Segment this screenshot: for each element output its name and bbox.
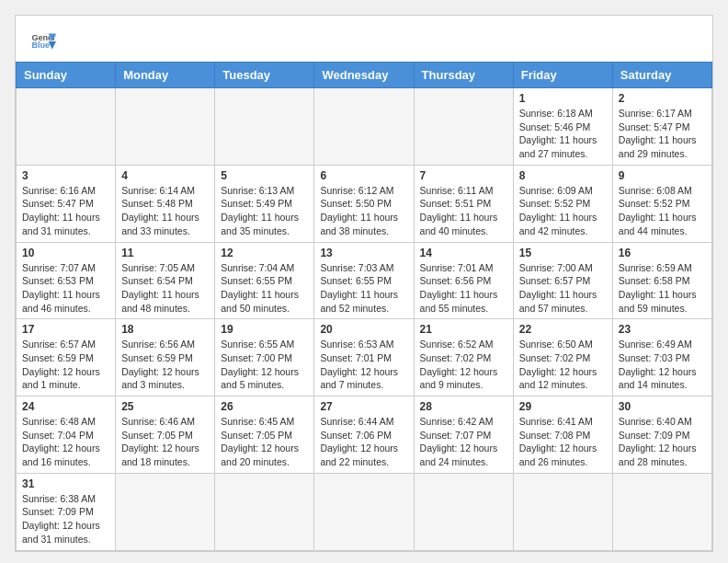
day-info: Sunrise: 6:57 AM Sunset: 6:59 PM Dayligh… bbox=[22, 338, 109, 392]
calendar-cell: 8Sunrise: 6:09 AM Sunset: 5:52 PM Daylig… bbox=[513, 165, 612, 242]
day-number: 20 bbox=[320, 323, 407, 336]
day-number: 9 bbox=[619, 169, 706, 182]
calendar-cell: 29Sunrise: 6:41 AM Sunset: 7:08 PM Dayli… bbox=[513, 396, 612, 474]
calendar-cell: 13Sunrise: 7:03 AM Sunset: 6:55 PM Dayli… bbox=[314, 242, 414, 319]
calendar-cell bbox=[314, 473, 414, 550]
calendar-cell bbox=[215, 473, 314, 550]
day-number: 18 bbox=[121, 323, 209, 336]
day-number: 1 bbox=[519, 92, 607, 105]
calendar-cell bbox=[414, 88, 513, 166]
day-number: 4 bbox=[121, 169, 209, 182]
day-number: 7 bbox=[420, 169, 507, 182]
day-info: Sunrise: 6:55 AM Sunset: 7:00 PM Dayligh… bbox=[221, 338, 308, 392]
calendar-cell bbox=[612, 473, 711, 550]
day-number: 28 bbox=[420, 400, 507, 413]
day-number: 22 bbox=[519, 323, 607, 336]
day-info: Sunrise: 6:13 AM Sunset: 5:49 PM Dayligh… bbox=[221, 184, 308, 238]
day-info: Sunrise: 6:50 AM Sunset: 7:02 PM Dayligh… bbox=[519, 338, 607, 392]
day-info: Sunrise: 6:49 AM Sunset: 7:03 PM Dayligh… bbox=[619, 338, 706, 392]
calendar-cell: 20Sunrise: 6:53 AM Sunset: 7:01 PM Dayli… bbox=[314, 319, 414, 396]
day-info: Sunrise: 6:46 AM Sunset: 7:05 PM Dayligh… bbox=[121, 415, 209, 469]
calendar-cell: 26Sunrise: 6:45 AM Sunset: 7:05 PM Dayli… bbox=[215, 396, 314, 474]
day-info: Sunrise: 7:05 AM Sunset: 6:54 PM Dayligh… bbox=[121, 261, 209, 316]
day-number: 13 bbox=[320, 247, 407, 259]
calendar-cell bbox=[513, 473, 612, 550]
calendar-cell: 9Sunrise: 6:08 AM Sunset: 5:52 PM Daylig… bbox=[612, 165, 711, 242]
day-info: Sunrise: 6:42 AM Sunset: 7:07 PM Dayligh… bbox=[420, 415, 507, 469]
calendar-cell: 12Sunrise: 7:04 AM Sunset: 6:55 PM Dayli… bbox=[215, 242, 314, 319]
day-info: Sunrise: 7:04 AM Sunset: 6:55 PM Dayligh… bbox=[221, 261, 308, 316]
calendar-cell bbox=[215, 88, 314, 166]
week-row-4: 17Sunrise: 6:57 AM Sunset: 6:59 PM Dayli… bbox=[17, 319, 712, 396]
calendar-cell bbox=[116, 473, 215, 550]
calendar-cell: 31Sunrise: 6:38 AM Sunset: 7:09 PM Dayli… bbox=[17, 473, 116, 550]
weekday-header-wednesday: Wednesday bbox=[314, 63, 414, 88]
calendar-cell: 30Sunrise: 6:40 AM Sunset: 7:09 PM Dayli… bbox=[612, 396, 711, 474]
day-info: Sunrise: 6:18 AM Sunset: 5:46 PM Dayligh… bbox=[519, 107, 607, 161]
day-number: 16 bbox=[619, 247, 706, 259]
day-number: 27 bbox=[320, 400, 407, 413]
day-number: 8 bbox=[519, 169, 607, 182]
day-info: Sunrise: 6:59 AM Sunset: 6:58 PM Dayligh… bbox=[619, 261, 706, 316]
day-number: 5 bbox=[221, 169, 308, 182]
calendar-cell: 24Sunrise: 6:48 AM Sunset: 7:04 PM Dayli… bbox=[17, 396, 116, 474]
calendar-cell: 28Sunrise: 6:42 AM Sunset: 7:07 PM Dayli… bbox=[414, 396, 513, 474]
day-info: Sunrise: 6:09 AM Sunset: 5:52 PM Dayligh… bbox=[519, 184, 607, 238]
weekday-header-sunday: Sunday bbox=[17, 63, 116, 88]
calendar-cell: 16Sunrise: 6:59 AM Sunset: 6:58 PM Dayli… bbox=[612, 242, 711, 319]
calendar-cell: 14Sunrise: 7:01 AM Sunset: 6:56 PM Dayli… bbox=[414, 242, 513, 319]
day-number: 15 bbox=[519, 247, 607, 259]
day-number: 12 bbox=[221, 247, 308, 259]
calendar-cell: 15Sunrise: 7:00 AM Sunset: 6:57 PM Dayli… bbox=[513, 242, 612, 319]
day-number: 2 bbox=[619, 92, 706, 105]
day-info: Sunrise: 6:45 AM Sunset: 7:05 PM Dayligh… bbox=[221, 415, 308, 469]
calendar-cell: 19Sunrise: 6:55 AM Sunset: 7:00 PM Dayli… bbox=[215, 319, 314, 396]
day-info: Sunrise: 6:14 AM Sunset: 5:48 PM Dayligh… bbox=[121, 184, 209, 238]
calendar-cell: 25Sunrise: 6:46 AM Sunset: 7:05 PM Dayli… bbox=[116, 396, 215, 474]
day-info: Sunrise: 6:44 AM Sunset: 7:06 PM Dayligh… bbox=[320, 415, 407, 469]
day-number: 14 bbox=[420, 247, 507, 259]
day-info: Sunrise: 6:48 AM Sunset: 7:04 PM Dayligh… bbox=[22, 415, 109, 469]
week-row-6: 31Sunrise: 6:38 AM Sunset: 7:09 PM Dayli… bbox=[17, 473, 712, 550]
day-number: 19 bbox=[221, 323, 308, 336]
calendar-cell: 4Sunrise: 6:14 AM Sunset: 5:48 PM Daylig… bbox=[116, 165, 215, 242]
calendar-cell bbox=[17, 88, 116, 166]
calendar-cell: 17Sunrise: 6:57 AM Sunset: 6:59 PM Dayli… bbox=[17, 319, 116, 396]
day-info: Sunrise: 6:12 AM Sunset: 5:50 PM Dayligh… bbox=[320, 184, 407, 238]
day-info: Sunrise: 7:03 AM Sunset: 6:55 PM Dayligh… bbox=[320, 261, 407, 316]
weekday-header-friday: Friday bbox=[513, 63, 612, 88]
day-number: 11 bbox=[121, 247, 209, 259]
weekday-header-thursday: Thursday bbox=[414, 63, 513, 88]
weekday-header-saturday: Saturday bbox=[612, 63, 711, 88]
day-info: Sunrise: 6:16 AM Sunset: 5:47 PM Dayligh… bbox=[22, 184, 109, 238]
day-number: 29 bbox=[519, 400, 607, 413]
day-number: 24 bbox=[22, 400, 109, 413]
day-info: Sunrise: 6:17 AM Sunset: 5:47 PM Dayligh… bbox=[619, 107, 706, 161]
calendar-cell: 27Sunrise: 6:44 AM Sunset: 7:06 PM Dayli… bbox=[314, 396, 414, 474]
day-info: Sunrise: 6:40 AM Sunset: 7:09 PM Dayligh… bbox=[619, 415, 706, 469]
day-number: 26 bbox=[221, 400, 308, 413]
day-number: 31 bbox=[22, 477, 109, 490]
day-info: Sunrise: 6:56 AM Sunset: 6:59 PM Dayligh… bbox=[121, 338, 209, 392]
logo-icon: General Blue bbox=[30, 29, 56, 54]
calendar-cell: 11Sunrise: 7:05 AM Sunset: 6:54 PM Dayli… bbox=[116, 242, 215, 319]
day-info: Sunrise: 6:08 AM Sunset: 5:52 PM Dayligh… bbox=[619, 184, 706, 238]
calendar-cell: 6Sunrise: 6:12 AM Sunset: 5:50 PM Daylig… bbox=[314, 165, 414, 242]
calendar-cell: 1Sunrise: 6:18 AM Sunset: 5:46 PM Daylig… bbox=[513, 88, 612, 166]
calendar-cell: 23Sunrise: 6:49 AM Sunset: 7:03 PM Dayli… bbox=[612, 319, 711, 396]
svg-text:Blue: Blue bbox=[31, 40, 50, 50]
day-number: 6 bbox=[320, 169, 407, 182]
calendar-cell: 22Sunrise: 6:50 AM Sunset: 7:02 PM Dayli… bbox=[513, 319, 612, 396]
day-info: Sunrise: 6:11 AM Sunset: 5:51 PM Dayligh… bbox=[420, 184, 507, 238]
day-number: 30 bbox=[619, 400, 706, 413]
day-number: 3 bbox=[22, 169, 109, 182]
week-row-5: 24Sunrise: 6:48 AM Sunset: 7:04 PM Dayli… bbox=[17, 396, 712, 474]
logo: General Blue bbox=[30, 29, 56, 54]
calendar-cell: 18Sunrise: 6:56 AM Sunset: 6:59 PM Dayli… bbox=[116, 319, 215, 396]
day-number: 17 bbox=[22, 323, 109, 336]
week-row-2: 3Sunrise: 6:16 AM Sunset: 5:47 PM Daylig… bbox=[17, 165, 712, 242]
calendar-cell: 10Sunrise: 7:07 AM Sunset: 6:53 PM Dayli… bbox=[17, 242, 116, 319]
day-number: 25 bbox=[121, 400, 209, 413]
day-info: Sunrise: 6:52 AM Sunset: 7:02 PM Dayligh… bbox=[420, 338, 507, 392]
calendar-container: General Blue SundayMondayTuesdayWednesda… bbox=[15, 15, 713, 552]
